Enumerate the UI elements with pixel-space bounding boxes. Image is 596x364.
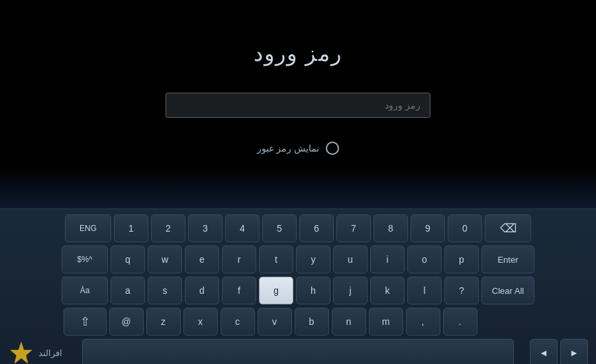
page-title: رمز ورود (254, 41, 342, 66)
key-v[interactable]: v (258, 308, 292, 336)
logo-icon: ★ (8, 341, 34, 364)
key-d[interactable]: d (185, 277, 219, 304)
key-9[interactable]: 9 (411, 214, 445, 242)
key-y[interactable]: y (296, 246, 330, 273)
key-q[interactable]: q (111, 246, 145, 273)
key-r[interactable]: r (222, 246, 256, 273)
key-arrow-right[interactable]: ► (560, 339, 588, 364)
show-password-row: نمایش رمز عبور (257, 142, 340, 155)
key-clear-all[interactable]: Clear All (481, 277, 534, 304)
key-h[interactable]: h (296, 277, 330, 304)
key-period[interactable]: . (443, 308, 477, 336)
keyboard-row-4: ⇧ @ z x c v b n m , . (4, 308, 592, 336)
key-i[interactable]: i (370, 246, 405, 273)
key-2[interactable]: 2 (151, 214, 185, 242)
key-enter[interactable]: Enter (481, 246, 534, 273)
key-3[interactable]: 3 (188, 214, 223, 242)
arrows-area: ◄ ► (522, 339, 588, 364)
password-input-wrapper (166, 93, 430, 118)
key-e[interactable]: e (185, 246, 219, 273)
logo-text: افرالند (38, 348, 62, 358)
key-a[interactable]: a (111, 277, 145, 304)
key-o[interactable]: o (407, 246, 442, 273)
key-m[interactable]: m (369, 308, 403, 336)
key-t[interactable]: t (259, 246, 293, 273)
logo-area: ★ افرالند (8, 341, 74, 364)
svg-text:★: ★ (20, 351, 23, 355)
key-n[interactable]: n (332, 308, 366, 336)
show-password-label: نمایش رمز عبور (257, 143, 320, 154)
show-password-toggle[interactable] (326, 142, 339, 155)
bottom-row: ★ افرالند ◄ ► (4, 339, 592, 364)
key-b[interactable]: b (295, 308, 329, 336)
key-at[interactable]: @ (109, 308, 144, 336)
key-l[interactable]: l (407, 277, 442, 304)
key-comma[interactable]: , (406, 308, 440, 336)
key-4[interactable]: 4 (225, 214, 260, 242)
key-z[interactable]: z (146, 308, 181, 336)
key-5[interactable]: 5 (262, 214, 297, 242)
key-shift[interactable]: ⇧ (64, 308, 107, 336)
password-input[interactable] (166, 93, 430, 118)
key-p[interactable]: p (444, 246, 479, 273)
key-f[interactable]: f (222, 277, 256, 304)
key-eng[interactable]: ENG (65, 214, 111, 242)
key-6[interactable]: 6 (299, 214, 334, 242)
keyboard-row-3: Àa a s d f g h j k l ? Clear All (4, 277, 592, 304)
key-x[interactable]: x (183, 308, 218, 336)
key-8[interactable]: 8 (373, 214, 408, 242)
keyboard-area: ENG 1 2 3 4 5 6 7 8 9 0 ⌫ $%^ q w e r t … (0, 208, 596, 364)
keyboard-row-1: ENG 1 2 3 4 5 6 7 8 9 0 ⌫ (4, 214, 592, 242)
key-k[interactable]: k (370, 277, 405, 304)
key-g[interactable]: g (259, 277, 293, 304)
key-case[interactable]: Àa (62, 277, 108, 304)
key-0[interactable]: 0 (448, 214, 482, 242)
key-u[interactable]: u (333, 246, 368, 273)
key-7[interactable]: 7 (336, 214, 371, 242)
key-spacebar[interactable] (82, 339, 514, 364)
key-symbols[interactable]: $%^ (62, 246, 108, 273)
key-1[interactable]: 1 (114, 214, 148, 242)
key-c[interactable]: c (221, 308, 255, 336)
keyboard-row-2: $%^ q w e r t y u i o p Enter (4, 246, 592, 273)
key-backspace[interactable]: ⌫ (485, 214, 531, 242)
key-w[interactable]: w (148, 246, 182, 273)
key-arrow-left[interactable]: ◄ (530, 339, 558, 364)
top-area: رمز ورود نمایش رمز عبور (0, 0, 596, 208)
key-s[interactable]: s (148, 277, 182, 304)
key-j[interactable]: j (333, 277, 368, 304)
key-question[interactable]: ? (444, 277, 479, 304)
